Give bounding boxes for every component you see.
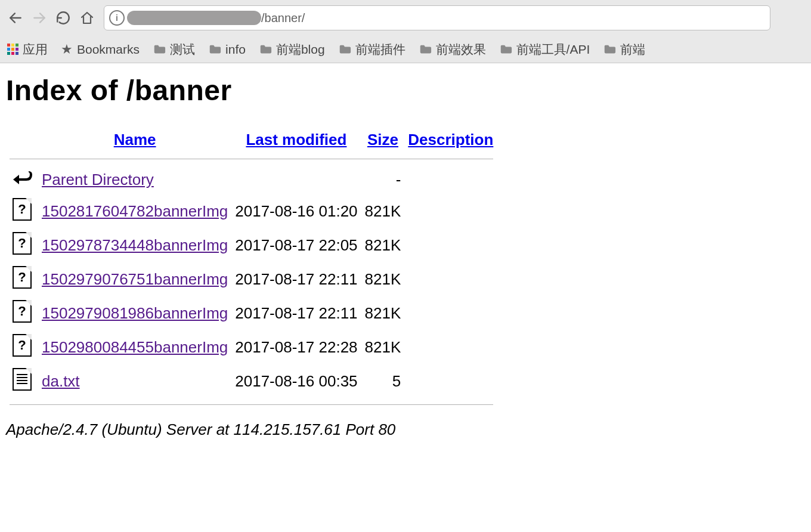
bookmark-label: 测试 [170,41,195,58]
cell-description [404,165,497,194]
bookmark-label: 前端插件 [355,41,406,58]
home-button[interactable] [75,6,99,30]
cell-description [404,330,497,364]
bookmark-folder[interactable]: 前端插件 [338,41,406,58]
unknown-file-icon [13,334,32,357]
bookmark-label: Bookmarks [77,42,140,57]
file-link[interactable]: 1502978734448bannerImg [42,236,228,254]
bookmark-label: 前端效果 [436,41,486,58]
file-link[interactable]: 1502817604782bannerImg [42,202,228,220]
cell-lastmod: 2017-08-17 22:05 [231,228,361,262]
column-description: Description [404,127,497,153]
table-row: Parent Directory - [6,165,497,194]
folder-icon [499,43,512,56]
column-icon [6,127,38,153]
unknown-file-icon [13,266,32,289]
sort-lastmod-link[interactable]: Last modified [246,131,346,149]
site-info-icon[interactable]: i [109,10,125,26]
cell-lastmod: 2017-08-17 22:11 [231,296,361,330]
cell-description [404,296,497,330]
forward-button[interactable] [27,6,51,30]
browser-toolbar: i /banner/ [0,0,811,36]
cell-lastmod [231,165,361,194]
bookmark-label: 应用 [23,41,48,58]
sort-size-link[interactable]: Size [367,131,398,149]
file-link[interactable]: da.txt [42,372,80,390]
folder-icon [259,43,272,56]
back-button[interactable] [4,6,27,30]
folder-icon [419,43,432,56]
bookmark-label: 前端blog [276,41,325,58]
browser-chrome: i /banner/ 应用 ★ Bookmarks 测试 info [0,0,811,63]
back-icon [12,169,32,187]
table-row: da.txt 2017-08-16 00:35 5 [6,364,497,398]
file-link[interactable]: 1502980084455bannerImg [42,338,228,356]
bookmark-apps[interactable]: 应用 [7,41,48,58]
reload-button[interactable] [51,6,75,30]
bookmark-label: 前端工具/API [516,41,590,58]
column-last-modified: Last modified [231,127,361,153]
page-content: Index of /banner Name Last modified Size… [0,63,811,447]
sort-desc-link[interactable]: Description [408,131,493,149]
table-row: 1502979076751bannerImg 2017-08-17 22:11 … [6,262,497,296]
folder-icon [603,43,616,56]
bookmark-folder[interactable]: 前端 [603,41,645,58]
cell-size: 821K [361,330,405,364]
folder-icon [338,43,351,56]
table-header-row: Name Last modified Size Description [6,127,497,153]
bookmark-folder[interactable]: 测试 [153,41,195,58]
table-row: 1502978734448bannerImg 2017-08-17 22:05 … [6,228,497,262]
sort-name-link[interactable]: Name [114,131,156,149]
bookmark-folder[interactable]: info [208,42,246,57]
bookmark-folder[interactable]: 前端工具/API [499,41,590,58]
arrow-left-icon [8,10,23,26]
cell-size: 821K [361,262,405,296]
text-file-icon [13,368,32,391]
folder-icon [208,43,221,56]
cell-size: - [361,165,405,194]
cell-description [404,364,497,398]
unknown-file-icon [13,198,32,221]
cell-lastmod: 2017-08-17 22:28 [231,330,361,364]
file-link[interactable]: 1502979081986bannerImg [42,304,228,322]
bookmark-label: 前端 [620,41,645,58]
cell-lastmod: 2017-08-16 01:20 [231,194,361,228]
star-icon: ★ [61,42,73,57]
cell-size: 5 [361,364,405,398]
arrow-right-icon [32,10,47,26]
cell-size: 821K [361,296,405,330]
divider [10,159,493,159]
column-name: Name [38,127,231,153]
bookmarks-bar: 应用 ★ Bookmarks 测试 info 前端blog 前端插件 前端效果 [0,36,811,63]
cell-description [404,194,497,228]
cell-description [404,228,497,262]
reload-icon [55,10,71,26]
table-row: 1502979081986bannerImg 2017-08-17 22:11 … [6,296,497,330]
server-footer: Apache/2.4.7 (Ubuntu) Server at 114.215.… [6,420,805,439]
bookmark-label: info [225,42,246,57]
folder-icon [153,43,166,56]
divider [10,404,493,405]
cell-description [404,262,497,296]
cell-lastmod: 2017-08-16 00:35 [231,364,361,398]
cell-size: 821K [361,228,405,262]
table-row: 1502817604782bannerImg 2017-08-16 01:20 … [6,194,497,228]
column-size: Size [361,127,405,153]
parent-directory-link[interactable]: Parent Directory [42,171,154,188]
bookmark-bookmarks[interactable]: ★ Bookmarks [61,42,140,57]
apps-icon [7,44,18,55]
address-bar[interactable]: i /banner/ [104,5,770,30]
bookmark-folder[interactable]: 前端blog [259,41,325,58]
cell-size: 821K [361,194,405,228]
home-icon [80,11,94,25]
table-row: 1502980084455bannerImg 2017-08-17 22:28 … [6,330,497,364]
file-link[interactable]: 1502979076751bannerImg [42,270,228,288]
cell-lastmod: 2017-08-17 22:11 [231,262,361,296]
directory-listing-table: Name Last modified Size Description Pare… [6,127,497,411]
page-heading: Index of /banner [6,74,805,107]
unknown-file-icon [13,300,32,323]
url-redacted [127,11,261,25]
bookmark-folder[interactable]: 前端效果 [419,41,486,58]
unknown-file-icon [13,232,32,255]
url-path: /banner/ [261,11,305,25]
